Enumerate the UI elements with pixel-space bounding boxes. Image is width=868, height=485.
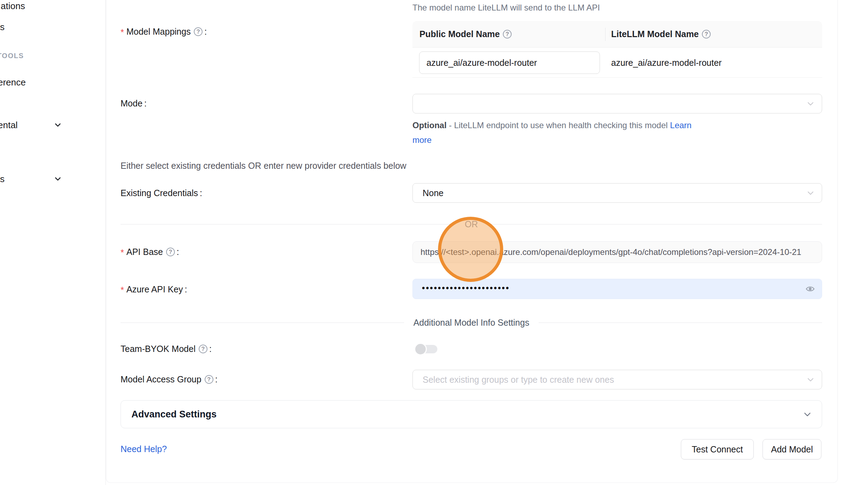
eye-icon [805,284,815,294]
azure-api-key-label: * Azure API Key : [121,284,187,295]
help-question-icon[interactable]: ? [702,30,711,39]
existing-credentials-label-text: Existing Credentials [121,188,198,198]
mode-hint-text: - LiteLLM endpoint to use when health ch… [446,120,670,130]
advanced-settings-panel[interactable]: Advanced Settings [121,400,822,428]
sidebar-item-truncated-5[interactable]: s [0,174,5,185]
mode-hint: Optional - LiteLLM endpoint to use when … [412,120,691,130]
help-question-icon[interactable]: ? [205,375,213,384]
required-asterisk: * [121,26,124,37]
team-byok-label-text: Team-BYOK Model [121,344,196,354]
label-colon: : [200,188,202,198]
api-base-input[interactable]: https://<test>.openai.azure.com/openai/d… [412,241,822,263]
chevron-down-icon[interactable] [53,174,62,183]
help-question-icon[interactable]: ? [503,30,512,39]
mode-label-text: Mode [121,98,143,109]
api-base-value: https://<test>.openai.azure.com/openai/d… [413,247,801,257]
public-model-name-input[interactable]: azure_ai/azure-model-router [419,51,600,74]
divider-line [121,323,404,323]
model-mappings-label-text: Model Mappings [127,27,191,37]
divider-line [539,323,822,323]
existing-credentials-select[interactable]: None [412,183,822,203]
litellm-model-name-header: LiteLLM Model Name ? [606,29,711,39]
test-connect-button[interactable]: Test Connect [681,439,754,459]
toggle-password-visibility-button[interactable] [805,284,815,294]
or-divider: OR [121,219,822,229]
sidebar-item-truncated-3[interactable]: erence [0,77,26,88]
litellm-model-name-helper: The model name LiteLLM will send to the … [412,3,600,13]
label-colon: : [177,247,179,257]
sidebar: ations s TOOLS erence ental s [0,0,106,485]
help-question-icon[interactable]: ? [194,27,203,36]
learn-more-link[interactable]: more [412,135,432,145]
required-asterisk: * [121,246,124,258]
credentials-note: Either select existing credentials OR en… [121,161,406,171]
learn-more-link[interactable]: Learn [670,120,691,130]
model-access-group-placeholder: Select existing groups or type to create… [413,375,614,385]
litellm-model-name-value: azure_ai/azure-model-router [611,48,722,78]
sidebar-item-truncated-2[interactable]: s [0,22,5,33]
required-asterisk: * [121,284,124,295]
mode-hint-bold: Optional [412,120,446,130]
azure-api-key-label-text: Azure API Key [127,284,183,295]
model-access-group-label: Model Access Group ? : [121,374,218,384]
additional-settings-divider-text: Additional Model Info Settings [404,318,539,328]
chevron-down-icon [806,375,815,384]
existing-credentials-label: Existing Credentials : [121,188,202,198]
chevron-down-icon[interactable] [53,120,62,130]
existing-credentials-value: None [413,188,444,198]
masked-password-dots: •••••••••••••••••••••• [413,283,510,293]
divider-line [487,224,822,224]
label-colon: : [215,374,218,384]
mode-label: Mode : [121,98,147,109]
label-colon: : [144,98,147,109]
advanced-settings-title: Advanced Settings [121,409,217,420]
litellm-model-name-header-text: LiteLLM Model Name [611,29,699,39]
model-mappings-table-row: azure_ai/azure-model-router azure_ai/azu… [412,48,822,78]
label-colon: : [209,344,212,354]
model-access-group-label-text: Model Access Group [121,374,201,384]
team-byok-toggle[interactable] [419,345,437,353]
sidebar-item-truncated-4[interactable]: ental [0,120,18,131]
chevron-down-icon [806,189,815,197]
additional-settings-divider: Additional Model Info Settings [121,317,822,328]
public-model-name-header: Public Model Name ? [412,29,605,39]
sidebar-section-tools: TOOLS [0,52,24,60]
model-mappings-label: * Model Mappings ? : [121,26,207,37]
toggle-knob [414,343,427,355]
or-divider-text: OR [455,219,487,229]
sidebar-item-truncated-1[interactable]: ations [1,1,25,12]
public-model-name-header-text: Public Model Name [419,29,500,39]
model-mappings-table-header: Public Model Name ? LiteLLM Model Name ? [412,21,822,48]
team-byok-label: Team-BYOK Model ? : [121,344,212,354]
label-colon: : [204,27,207,37]
add-model-button[interactable]: Add Model [763,439,821,459]
api-base-label-text: API Base [127,247,163,257]
label-colon: : [185,284,187,295]
model-access-group-select[interactable]: Select existing groups or type to create… [412,370,822,389]
divider-line [121,224,455,224]
help-question-icon[interactable]: ? [199,345,207,353]
chevron-down-icon [806,99,815,108]
api-base-label: * API Base ? : [121,246,179,258]
need-help-link[interactable]: Need Help? [121,444,167,454]
mode-select[interactable] [412,94,822,113]
model-mappings-table: Public Model Name ? LiteLLM Model Name ?… [412,21,822,78]
azure-api-key-input[interactable]: •••••••••••••••••••••• [412,279,822,299]
help-question-icon[interactable]: ? [166,248,175,256]
chevron-down-icon [803,410,812,419]
